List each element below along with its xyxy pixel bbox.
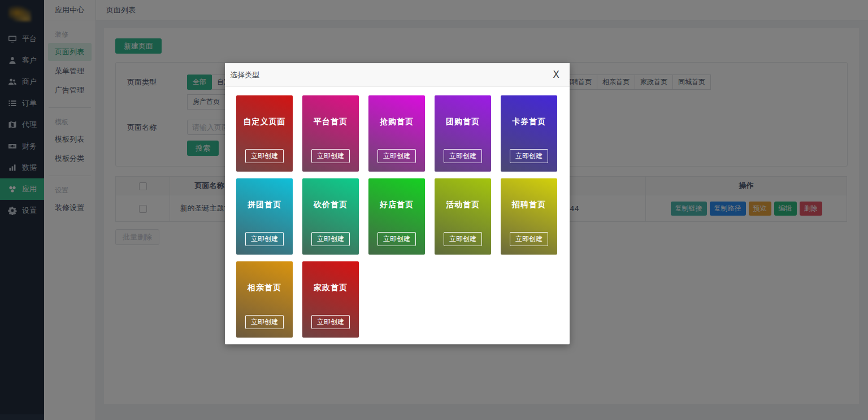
- type-card-招聘首页: 招聘首页立即创建: [501, 178, 557, 255]
- type-card-title: 相亲首页: [236, 261, 293, 293]
- type-card-title: 好店首页: [368, 178, 425, 210]
- type-card-自定义页面: 自定义页面立即创建: [236, 95, 293, 172]
- create-now-button[interactable]: 立即创建: [311, 232, 350, 246]
- modal-title: 选择类型: [230, 70, 259, 80]
- close-icon[interactable]: X: [553, 70, 559, 80]
- type-card-活动首页: 活动首页立即创建: [435, 178, 491, 255]
- type-card-拼团首页: 拼团首页立即创建: [236, 178, 293, 255]
- type-card-卡券首页: 卡券首页立即创建: [501, 95, 557, 172]
- create-now-button[interactable]: 立即创建: [444, 232, 482, 246]
- type-card-平台首页: 平台首页立即创建: [302, 95, 359, 172]
- modal-header: 选择类型 X: [225, 63, 570, 87]
- type-card-title: 活动首页: [435, 178, 491, 210]
- create-now-button[interactable]: 立即创建: [245, 232, 284, 246]
- type-card-title: 拼团首页: [236, 178, 293, 210]
- type-card-title: 招聘首页: [501, 178, 557, 210]
- type-card-title: 团购首页: [435, 95, 491, 127]
- type-card-grid: 自定义页面立即创建平台首页立即创建抢购首页立即创建团购首页立即创建卡券首页立即创…: [225, 87, 570, 346]
- app-window: 平台客户商户订单代理财务数据应用设置 应用中心 装修页面列表菜单管理广告管理模板…: [0, 0, 868, 420]
- select-type-modal: 选择类型 X 自定义页面立即创建平台首页立即创建抢购首页立即创建团购首页立即创建…: [225, 63, 570, 344]
- create-now-button[interactable]: 立即创建: [245, 149, 284, 163]
- create-now-button[interactable]: 立即创建: [377, 149, 416, 163]
- type-card-title: 自定义页面: [236, 95, 293, 127]
- type-card-抢购首页: 抢购首页立即创建: [368, 95, 425, 172]
- type-card-title: 家政首页: [302, 261, 359, 293]
- type-card-好店首页: 好店首页立即创建: [368, 178, 425, 255]
- type-card-title: 抢购首页: [368, 95, 425, 127]
- create-now-button[interactable]: 立即创建: [510, 232, 548, 246]
- create-now-button[interactable]: 立即创建: [245, 315, 284, 329]
- type-card-相亲首页: 相亲首页立即创建: [236, 261, 293, 338]
- type-card-家政首页: 家政首页立即创建: [302, 261, 359, 338]
- create-now-button[interactable]: 立即创建: [444, 149, 482, 163]
- type-card-砍价首页: 砍价首页立即创建: [302, 178, 359, 255]
- create-now-button[interactable]: 立即创建: [311, 315, 350, 329]
- create-now-button[interactable]: 立即创建: [377, 232, 416, 246]
- create-now-button[interactable]: 立即创建: [311, 149, 350, 163]
- type-card-title: 砍价首页: [302, 178, 359, 210]
- type-card-团购首页: 团购首页立即创建: [435, 95, 491, 172]
- type-card-title: 卡券首页: [501, 95, 557, 127]
- type-card-title: 平台首页: [302, 95, 359, 127]
- create-now-button[interactable]: 立即创建: [510, 149, 548, 163]
